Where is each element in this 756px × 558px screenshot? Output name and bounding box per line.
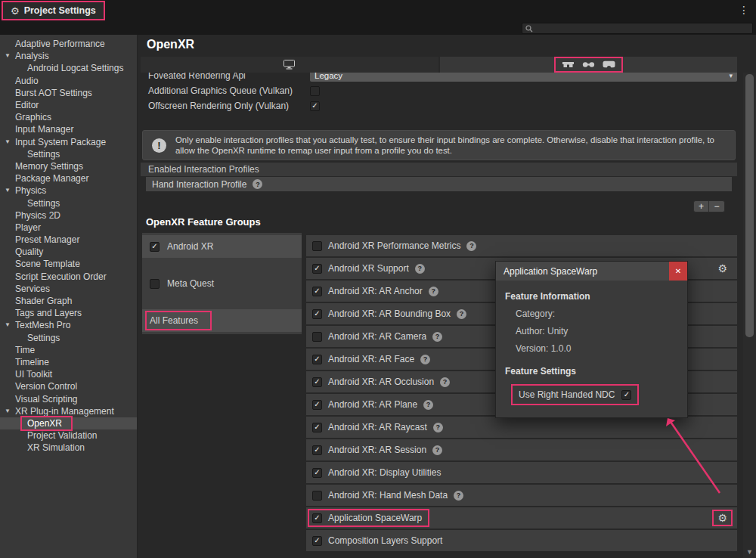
sidebar-item[interactable]: ▼ Burst AOT Settings <box>0 87 137 99</box>
feature-checkbox[interactable]: ✓ <box>312 332 322 342</box>
sidebar-item[interactable]: ▼ Input System Package <box>0 136 137 148</box>
sidebar-item[interactable]: ▼ Audio <box>0 75 137 87</box>
help-icon[interactable]: ? <box>454 491 463 501</box>
sidebar-item[interactable]: ▼ Script Execution Order <box>0 271 137 283</box>
help-icon[interactable]: ? <box>457 309 466 319</box>
scrollbar-down-arrow[interactable]: ▼ <box>743 548 756 556</box>
foldout-icon[interactable]: ▼ <box>5 408 11 414</box>
sidebar-item[interactable]: ▼ XR Simulation <box>0 442 137 454</box>
sidebar-item-label: Time <box>15 345 35 355</box>
help-icon[interactable]: ? <box>433 423 443 432</box>
feature-checkbox[interactable]: ✓ <box>312 513 322 523</box>
gear-icon[interactable]: ⚙ <box>717 263 727 274</box>
sidebar-item-label: Preset Manager <box>15 234 79 245</box>
sidebar-item[interactable]: ▼ Time <box>0 344 137 356</box>
sidebar-item[interactable]: ▼ Visual Scripting <box>0 392 137 405</box>
sidebar-item[interactable]: ▼ Project Validation <box>0 429 137 442</box>
help-icon[interactable]: ? <box>440 377 450 387</box>
sidebar-item[interactable]: ▼ Input Manager <box>0 123 137 135</box>
sidebar-item[interactable]: ▼ Shader Graph <box>0 295 137 307</box>
foldout-icon[interactable]: ▼ <box>5 187 11 194</box>
feature-checkbox[interactable]: ✓ <box>312 491 322 501</box>
feature-row[interactable]: ✓ Android XR: Hand Mesh Data ? <box>306 485 737 506</box>
feature-row[interactable]: ✓ Composition Layers Support <box>306 530 737 551</box>
sidebar-item[interactable]: ▼ Adaptive Performance <box>0 38 137 50</box>
feature-checkbox[interactable]: ✓ <box>312 264 322 274</box>
feature-row[interactable]: ✓ Android XR: AR Raycast ? <box>306 417 737 438</box>
feature-row[interactable]: ✓ Android XR Performance Metrics ? <box>306 235 737 256</box>
search-field[interactable] <box>522 23 753 34</box>
sidebar-item[interactable]: ▼ Scene Template <box>0 258 137 270</box>
feature-checkbox[interactable]: ✓ <box>312 309 322 319</box>
kebab-menu-icon[interactable]: ⋮ <box>739 5 749 15</box>
sidebar-item[interactable]: ▼ Preset Manager <box>0 234 137 246</box>
search-input[interactable] <box>536 24 749 33</box>
sidebar-item[interactable]: ▼ Tags and Layers <box>0 307 137 319</box>
add-profile-button[interactable]: + <box>694 201 709 212</box>
help-icon[interactable]: ? <box>429 287 438 296</box>
use-right-handed-ndc-checkbox[interactable]: ✓ <box>621 390 631 400</box>
feature-checkbox[interactable]: ✓ <box>312 445 322 455</box>
close-icon[interactable]: ✕ <box>669 262 687 281</box>
sidebar-item[interactable]: ▼ Android Logcat Settings <box>0 62 137 74</box>
foldout-icon[interactable]: ▼ <box>5 321 11 328</box>
sidebar-item[interactable]: ▼ Editor <box>0 99 137 111</box>
sidebar-item[interactable]: ▼ Services <box>0 283 137 295</box>
vertical-scrollbar[interactable]: ▼ <box>743 73 756 558</box>
tab-xr-devices[interactable] <box>440 57 738 73</box>
help-icon[interactable]: ? <box>423 400 433 410</box>
sidebar-item[interactable]: ▼ OpenXR <box>0 417 137 429</box>
property-checkbox[interactable]: ✓ <box>310 101 320 111</box>
feature-row[interactable]: ✓ Application SpaceWarp ⚙ <box>306 507 737 529</box>
sidebar-item[interactable]: ▼ Memory Settings <box>0 160 137 172</box>
gear-icon[interactable]: ⚙ <box>717 513 727 523</box>
all-features-row[interactable]: All Features <box>142 309 302 332</box>
property-checkbox[interactable]: ✓ <box>310 86 320 96</box>
sidebar-item[interactable]: ▼ Settings <box>0 197 137 209</box>
feature-checkbox[interactable]: ✓ <box>312 241 322 251</box>
help-icon[interactable]: ? <box>415 264 425 274</box>
sidebar-item[interactable]: ▼ TextMesh Pro <box>0 319 137 331</box>
feature-checkbox[interactable]: ✓ <box>312 536 322 546</box>
foldout-icon[interactable]: ▼ <box>5 138 11 145</box>
popup-header[interactable]: Application SpaceWarp ✕ <box>496 262 687 281</box>
feature-checkbox[interactable]: ✓ <box>312 377 322 387</box>
sidebar-item[interactable]: ▼ Graphics <box>0 111 137 123</box>
sidebar-item[interactable]: ▼ Physics <box>0 184 137 197</box>
feature-checkbox[interactable]: ✓ <box>312 287 322 296</box>
all-features-label: All Features <box>147 312 210 329</box>
sidebar-item[interactable]: ▼ Version Control <box>0 380 137 392</box>
group-checkbox[interactable]: ✓ <box>150 242 160 252</box>
help-icon[interactable]: ? <box>466 241 476 251</box>
feature-group-row[interactable]: ✓ Android XR <box>142 235 302 258</box>
sidebar-item[interactable]: ▼ XR Plug-in Management <box>0 405 137 417</box>
sidebar-item[interactable]: ▼ Settings <box>0 332 137 344</box>
remove-profile-button[interactable]: − <box>709 201 724 212</box>
help-icon[interactable]: ? <box>432 445 442 455</box>
tab-desktop[interactable] <box>141 57 438 73</box>
sidebar-item[interactable]: ▼ Quality <box>0 246 137 258</box>
sidebar-item[interactable]: ▼ Timeline <box>0 356 137 368</box>
interaction-profile-row[interactable]: Hand Interaction Profile ? <box>146 177 732 191</box>
help-icon[interactable]: ? <box>432 332 442 342</box>
sidebar-item-label: Input System Package <box>15 137 106 147</box>
feature-group-row[interactable]: ✓ Meta Quest <box>142 272 302 295</box>
sidebar-item[interactable]: ▼ UI Toolkit <box>0 368 137 380</box>
feature-checkbox[interactable]: ✓ <box>312 400 322 410</box>
group-checkbox[interactable]: ✓ <box>150 279 160 289</box>
help-icon[interactable]: ? <box>420 355 430 364</box>
feature-checkbox[interactable]: ✓ <box>312 423 322 432</box>
sidebar-item[interactable]: ▼ Settings <box>0 148 137 160</box>
sidebar-item[interactable]: ▼ Analysis <box>0 50 137 62</box>
sidebar-item[interactable]: ▼ Physics 2D <box>0 209 137 222</box>
foldout-icon[interactable]: ▼ <box>5 52 11 59</box>
sidebar-item[interactable]: ▼ Package Manager <box>0 172 137 184</box>
help-icon[interactable]: ? <box>253 179 262 189</box>
feature-row[interactable]: ✓ Android XR: Display Utilities <box>306 462 737 483</box>
feature-checkbox[interactable]: ✓ <box>312 468 322 478</box>
project-settings-tab[interactable]: ⚙ Project Settings <box>3 2 104 19</box>
scrollbar-thumb[interactable] <box>745 74 754 337</box>
feature-row[interactable]: ✓ Android XR: AR Session ? <box>306 439 737 460</box>
sidebar-item[interactable]: ▼ Player <box>0 222 137 234</box>
feature-checkbox[interactable]: ✓ <box>312 355 322 364</box>
